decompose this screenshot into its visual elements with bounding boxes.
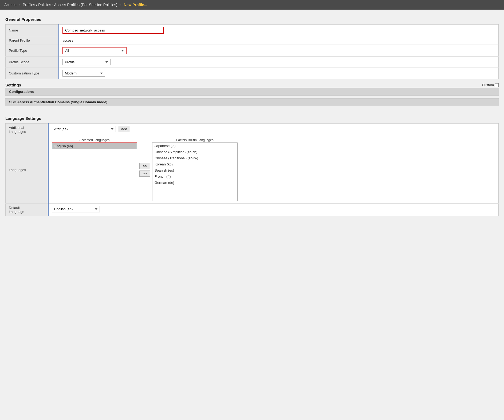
additional-languages-label: AdditionalLanguages <box>6 124 48 136</box>
additional-languages-cell: Afar (aa) Abkhazian (ab) Afrikaans (af) … <box>48 124 499 136</box>
general-properties-title: General Properties <box>5 14 499 23</box>
factory-languages-listbox[interactable]: Japanese (ja) Chinese (Simplified) (zh-c… <box>152 142 238 201</box>
language-settings-title: Language Settings <box>5 113 499 122</box>
customization-type-cell: Modern Standard <box>59 68 499 79</box>
languages-row: Languages Accepted Languages English (en… <box>6 136 499 204</box>
profile-scope-label: Profile Scope <box>6 57 59 68</box>
language-transfer-arrows: << >> <box>139 163 150 177</box>
parent-profile-label: Parent Profile <box>6 36 59 45</box>
accepted-languages-listbox[interactable]: English (en) <box>52 142 137 201</box>
breadcrumb-access: Access <box>4 3 16 7</box>
default-language-label: DefaultLanguage <box>6 204 48 216</box>
languages-cell: Accepted Languages English (en) << >> Fa… <box>48 136 499 204</box>
customization-type-select[interactable]: Modern Standard <box>62 70 105 77</box>
general-properties-table: Name Parent Profile access Profile Type … <box>5 24 499 79</box>
customization-type-label: Customization Type <box>6 68 59 79</box>
profile-scope-select[interactable]: Profile Global Virtual Server <box>62 59 111 65</box>
default-language-select[interactable]: English (en) Japanese (ja) French (fr) <box>52 206 100 212</box>
additional-languages-row: AdditionalLanguages Afar (aa) Abkhazian … <box>6 124 499 136</box>
settings-title: Settings <box>5 83 21 87</box>
profile-scope-row: Profile Scope Profile Global Virtual Ser… <box>6 57 499 68</box>
add-language-button[interactable]: Add <box>118 126 130 132</box>
accepted-lang-english[interactable]: English (en) <box>52 143 137 149</box>
profile-type-row: Profile Type All LTM-APM SSL-VPN Portal … <box>6 45 499 57</box>
factory-lang-chinese-traditional[interactable]: Chinese (Traditional) (zh-tw) <box>152 155 237 161</box>
factory-lang-chinese-simplified[interactable]: Chinese (Simplified) (zh-cn) <box>152 149 237 155</box>
factory-lang-french[interactable]: French (fr) <box>152 173 237 180</box>
profile-type-select[interactable]: All LTM-APM SSL-VPN Portal Access APM <box>62 47 127 54</box>
breadcrumb-sep-2: » <box>120 3 122 7</box>
language-settings-table: AdditionalLanguages Afar (aa) Abkhazian … <box>5 123 499 216</box>
profile-type-cell: All LTM-APM SSL-VPN Portal Access APM <box>59 45 499 57</box>
factory-languages-panel: Factory BuiltIn Languages Japanese (ja) … <box>152 138 238 201</box>
name-cell <box>59 25 499 36</box>
breadcrumb-sep-1: » <box>18 3 21 7</box>
profile-scope-cell: Profile Global Virtual Server <box>59 57 499 68</box>
move-left-button[interactable]: << <box>139 163 150 169</box>
customization-type-row: Customization Type Modern Standard <box>6 68 499 79</box>
default-language-row: DefaultLanguage English (en) Japanese (j… <box>6 204 499 216</box>
accepted-languages-title: Accepted Languages <box>52 138 137 142</box>
profile-type-label: Profile Type <box>6 45 59 57</box>
factory-lang-spanish[interactable]: Spanish (es) <box>152 167 237 173</box>
factory-lang-korean[interactable]: Korean (ko) <box>152 161 237 167</box>
breadcrumb-new-profile: New Profile... <box>124 3 147 7</box>
languages-label: Languages <box>6 136 48 204</box>
move-right-button[interactable]: >> <box>139 171 150 177</box>
parent-profile-value: access <box>59 36 499 45</box>
name-row: Name <box>6 25 499 36</box>
default-language-cell: English (en) Japanese (ja) French (fr) <box>48 204 499 216</box>
custom-label: Custom <box>482 83 494 87</box>
breadcrumb: Access » Profiles / Policies : Access Pr… <box>0 0 504 10</box>
configurations-bar: Configurations <box>5 88 499 96</box>
additional-language-select[interactable]: Afar (aa) Abkhazian (ab) Afrikaans (af) … <box>52 126 116 132</box>
name-input[interactable] <box>62 27 164 34</box>
lang-dropdown-row: Afar (aa) Abkhazian (ab) Afrikaans (af) … <box>52 126 495 132</box>
custom-checkbox[interactable] <box>495 83 499 87</box>
factory-lang-japanese[interactable]: Japanese (ja) <box>152 143 237 149</box>
accepted-languages-panel: Accepted Languages English (en) <box>52 138 137 201</box>
language-panels: Accepted Languages English (en) << >> Fa… <box>52 138 495 201</box>
factory-languages-title: Factory BuiltIn Languages <box>152 138 238 142</box>
name-label: Name <box>6 25 59 36</box>
custom-area: Custom <box>482 83 499 87</box>
factory-lang-german[interactable]: German (de) <box>152 180 237 186</box>
sso-bar: SSO Across Authentication Domains (Singl… <box>5 98 499 106</box>
parent-profile-row: Parent Profile access <box>6 36 499 45</box>
breadcrumb-profiles: Profiles / Policies : Access Profiles (P… <box>23 3 117 7</box>
